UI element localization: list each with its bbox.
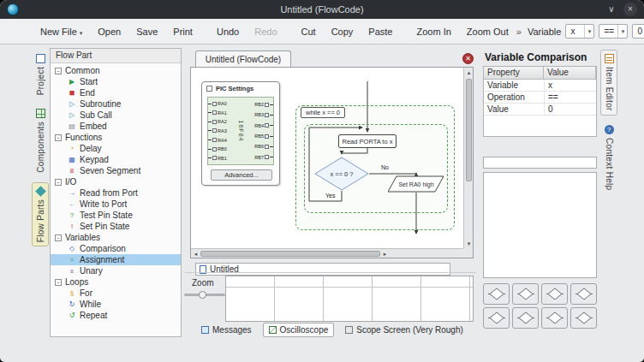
tree-item-test-pin-state[interactable]: ?Test Pin State — [51, 210, 181, 221]
value-combo[interactable]: 0▾ — [632, 24, 644, 39]
collapse-icon[interactable] — [55, 279, 62, 286]
pin-toggle[interactable] — [212, 128, 217, 133]
item-editor-input[interactable] — [483, 157, 597, 169]
tab-messages[interactable]: Messages — [195, 323, 258, 337]
tab-project[interactable]: Project — [32, 50, 49, 99]
collapse-icon[interactable] — [55, 179, 62, 186]
value-cell[interactable]: x — [544, 80, 596, 91]
tree-item-sub-call[interactable]: ▷Sub Call — [51, 110, 181, 121]
collapse-icon[interactable] — [55, 68, 62, 74]
advanced-button[interactable]: Advanced... — [211, 169, 272, 181]
comparison-preset-button[interactable] — [512, 307, 539, 329]
zoom-out-button[interactable]: Zoom Out — [459, 23, 516, 40]
tree-item-while[interactable]: ↻While — [51, 299, 181, 310]
tree-item-comparison[interactable]: ◇Comparison — [51, 243, 181, 254]
cut-button[interactable]: Cut — [294, 23, 324, 40]
scroll-down-icon[interactable]: ▾ — [464, 239, 474, 248]
table-row[interactable]: Operation == — [484, 92, 596, 104]
tab-scope-screen[interactable]: Scope Screen (Very Rough) — [339, 323, 469, 337]
tree-item-write-to-port[interactable]: ←Write to Port — [51, 199, 181, 210]
zoom-slider[interactable] — [184, 291, 225, 299]
scroll-up-icon[interactable]: ▴ — [464, 68, 474, 77]
tree-item-read-from-port[interactable]: →Read from Port — [51, 187, 181, 199]
pin-toggle[interactable] — [265, 103, 269, 107]
comparison-preset-button[interactable] — [570, 283, 597, 305]
comparison-preset-button[interactable] — [483, 283, 510, 305]
tree-item-keypad[interactable]: ▦Keypad — [51, 154, 181, 165]
comparison-preset-button[interactable] — [541, 283, 568, 305]
scrollbar-thumb[interactable] — [466, 79, 472, 181]
tree-item-end[interactable]: ◼End — [51, 87, 181, 98]
tree-item-for[interactable]: §For — [51, 288, 181, 299]
tab-item-editor[interactable]: Item Editor — [600, 50, 617, 116]
new-file-button[interactable]: New File▾ — [33, 23, 90, 40]
zoom-in-button[interactable]: Zoom In — [408, 23, 458, 40]
property-column-header[interactable]: Property — [484, 67, 544, 80]
comparison-preset-button[interactable] — [483, 307, 510, 329]
tree-category-io[interactable]: I/O — [51, 176, 181, 187]
print-button[interactable]: Print — [165, 23, 200, 40]
value-cell[interactable]: == — [544, 92, 596, 103]
tree-item-assignment[interactable]: =Assignment — [51, 254, 181, 265]
pin-toggle[interactable] — [212, 156, 217, 160]
tab-components[interactable]: Components — [32, 104, 49, 177]
pin-toggle[interactable] — [265, 155, 269, 159]
tree-item-repeat[interactable]: ↺Repeat — [51, 310, 181, 321]
document-tab[interactable]: Untitled (FlowCode) — [195, 50, 291, 68]
tree-category-variables[interactable]: Variables — [51, 232, 181, 243]
save-button[interactable]: Save — [128, 23, 165, 40]
flowchart-canvas[interactable]: while x == 0 Read PORTA to x x == 0 ? No… — [190, 67, 474, 258]
minimize-button[interactable]: ∨ — [605, 3, 618, 16]
read-porta-box[interactable]: Read PORTA to x — [338, 134, 397, 148]
flowchart-name-field[interactable]: Untitled — [195, 263, 450, 276]
undo-button[interactable]: Undo — [209, 23, 247, 40]
pin-toggle[interactable] — [212, 102, 217, 106]
comparison-preset-button[interactable] — [541, 307, 568, 329]
tree-item-set-pin-state[interactable]: !Set Pin State — [51, 221, 181, 232]
tree-item-embed[interactable]: ▤Embed — [51, 121, 181, 132]
value-cell[interactable]: 0 — [544, 104, 596, 115]
value-column-header[interactable]: Value — [544, 67, 596, 80]
pin-toggle[interactable] — [265, 145, 269, 149]
pic-settings-box[interactable]: PIC Settings RA0 RA1 RA2 RA3 RA4 RB0 RB1… — [201, 81, 280, 186]
table-row[interactable]: Variable x — [484, 80, 596, 92]
tree-item-unary[interactable]: ±Unary — [51, 265, 181, 276]
collapse-icon[interactable] — [55, 234, 62, 241]
open-button[interactable]: Open — [90, 23, 128, 40]
scroll-right-icon[interactable]: ▸ — [380, 249, 390, 258]
tab-oscilloscope[interactable]: Oscilloscope — [263, 323, 335, 337]
pin-toggle[interactable] — [265, 113, 269, 117]
set-ra0-box[interactable]: Set RA0 high — [388, 175, 444, 193]
horizontal-scrollbar[interactable]: ◂ ▸ — [191, 248, 463, 258]
tree-item-start[interactable]: ▶Start — [51, 76, 181, 87]
close-document-icon[interactable]: ✕ — [462, 53, 474, 64]
pin-toggle[interactable] — [265, 123, 269, 128]
comparison-preset-button[interactable] — [512, 283, 539, 305]
tree-item-subroutine[interactable]: ▷Subroutine — [51, 98, 181, 110]
close-button[interactable]: × — [623, 3, 637, 16]
tab-flow-parts[interactable]: Flow Parts — [32, 182, 49, 246]
slider-thumb[interactable] — [199, 291, 206, 299]
collapse-icon[interactable] — [55, 134, 62, 141]
copy-button[interactable]: Copy — [324, 23, 361, 40]
pin-toggle[interactable] — [212, 138, 217, 142]
pin-toggle[interactable] — [212, 147, 217, 151]
tree-item-delay[interactable]: ◔Delay — [51, 143, 181, 154]
tree-item-seven-segment[interactable]: 8Seven Segment — [51, 165, 181, 176]
vertical-scrollbar[interactable]: ▴ ▾ — [463, 68, 473, 248]
operation-combo[interactable]: ==▾ — [599, 24, 628, 39]
toolbar-overflow-icon[interactable]: » — [516, 27, 522, 37]
tab-context-help[interactable]: ? Context Help — [600, 121, 617, 194]
variable-combo[interactable]: x▾ — [565, 24, 594, 39]
tree-category-functions[interactable]: Functions — [51, 132, 181, 143]
pin-toggle[interactable] — [265, 134, 269, 139]
pin-toggle[interactable] — [212, 120, 217, 124]
tree-category-loops[interactable]: Loops — [51, 276, 181, 288]
paste-button[interactable]: Paste — [361, 23, 400, 40]
while-condition-box[interactable]: while x == 0 — [301, 107, 345, 118]
pic-checkbox[interactable] — [206, 86, 212, 92]
table-row[interactable]: Value 0 — [484, 104, 596, 116]
decision-diamond[interactable]: x == 0 ? — [314, 157, 369, 191]
tree-category-common[interactable]: Common — [51, 65, 181, 76]
pin-toggle[interactable] — [212, 110, 217, 115]
